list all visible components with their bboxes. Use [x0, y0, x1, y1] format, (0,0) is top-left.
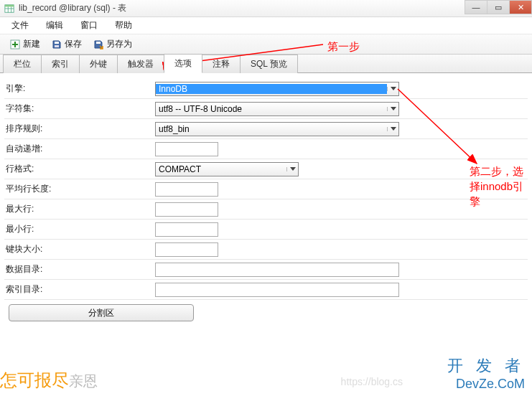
key-block-input[interactable] [155, 242, 218, 257]
min-rows-label: 最小行: [4, 223, 155, 235]
plus-icon [10, 39, 20, 50]
options-form: 引擎: InnoDB 字符集: utf8 -- UTF-8 Unicode 排序… [0, 73, 532, 327]
row-format-label: 行格式: [4, 163, 155, 175]
save-as-button[interactable]: 另存为 [88, 37, 138, 52]
brand-en: DevZe.CoM [447, 377, 525, 392]
tab-foreign-keys[interactable]: 外键 [79, 55, 118, 73]
tab-columns[interactable]: 栏位 [3, 55, 42, 73]
footer-left-2: 亲恩 [69, 373, 98, 389]
title-bar: lib_record @library (sql) - 表 [0, 0, 532, 17]
tab-indexes[interactable]: 索引 [41, 55, 80, 73]
collation-value: utf8_bin [156, 124, 387, 134]
tab-options[interactable]: 选项 [164, 54, 202, 73]
max-rows-input[interactable] [155, 202, 218, 217]
engine-value: InnoDB [156, 84, 387, 94]
engine-dropdown[interactable]: InnoDB [155, 82, 399, 96]
menu-window[interactable]: 窗口 [72, 18, 106, 33]
minimize-button[interactable]: — [465, 0, 487, 14]
key-block-label: 键块大小: [4, 243, 155, 255]
min-rows-input[interactable] [155, 222, 218, 237]
collation-dropdown[interactable]: utf8_bin [155, 122, 399, 136]
menu-edit[interactable]: 编辑 [37, 18, 72, 33]
watermark-url: https://blog.cs [341, 376, 403, 387]
svg-rect-1 [5, 4, 14, 6]
tab-triggers[interactable]: 触发器 [117, 55, 164, 73]
chevron-down-icon [387, 107, 398, 111]
svg-rect-7 [55, 45, 59, 47]
menu-bar: 文件 编辑 窗口 帮助 [0, 17, 532, 34]
tab-sql-preview[interactable]: SQL 预览 [240, 55, 298, 73]
save-icon [52, 39, 62, 50]
row-format-dropdown[interactable]: COMPACT [155, 162, 299, 176]
partition-label: 分割区 [88, 308, 114, 318]
charset-dropdown[interactable]: utf8 -- UTF-8 Unicode [155, 102, 399, 116]
new-button[interactable]: 新建 [4, 37, 46, 52]
engine-label: 引擎: [4, 82, 155, 95]
footer-brand: 开 发 者 DevZe.CoM [447, 355, 525, 392]
window-title: lib_record @library (sql) - 表 [19, 2, 126, 14]
menu-help[interactable]: 帮助 [106, 18, 141, 33]
chevron-down-icon [387, 127, 398, 131]
avg-row-len-input[interactable] [155, 182, 218, 197]
save-label: 保存 [65, 38, 82, 50]
menu-file[interactable]: 文件 [3, 18, 37, 33]
tab-bar: 栏位 索引 外键 触发器 选项 注释 SQL 预览 [0, 55, 532, 73]
row-format-value: COMPACT [156, 164, 286, 174]
collation-label: 排序规则: [4, 123, 155, 135]
new-label: 新建 [23, 38, 40, 50]
data-dir-label: 数据目录: [4, 263, 155, 275]
index-dir-input[interactable] [155, 283, 399, 297]
charset-value: utf8 -- UTF-8 Unicode [156, 104, 387, 114]
save-as-icon [93, 39, 103, 50]
brand-cn: 开 发 者 [447, 357, 525, 374]
auto-inc-label: 自动递增: [4, 143, 155, 155]
table-icon [4, 4, 14, 14]
auto-inc-input[interactable] [155, 142, 218, 156]
save-as-label: 另存为 [106, 38, 132, 50]
charset-label: 字符集: [4, 103, 155, 115]
partition-button[interactable]: 分割区 [9, 304, 194, 321]
avg-row-len-label: 平均行长度: [4, 183, 155, 195]
footer-left-1: 怎可报尽 [0, 370, 69, 390]
footer-left: 怎可报尽亲恩 [0, 369, 98, 392]
chevron-down-icon [387, 87, 398, 91]
chevron-down-icon [286, 167, 298, 171]
maximize-button[interactable]: ▭ [487, 0, 510, 14]
save-button[interactable]: 保存 [46, 37, 88, 52]
svg-rect-6 [55, 42, 59, 44]
tab-comment[interactable]: 注释 [202, 55, 241, 73]
max-rows-label: 最大行: [4, 203, 155, 215]
index-dir-label: 索引目录: [4, 283, 155, 296]
data-dir-input[interactable] [155, 263, 399, 277]
close-button[interactable]: ✕ [509, 0, 532, 14]
window-controls: — ▭ ✕ [465, 0, 532, 14]
toolbar: 新建 保存 另存为 [0, 34, 532, 55]
svg-rect-8 [96, 42, 101, 44]
